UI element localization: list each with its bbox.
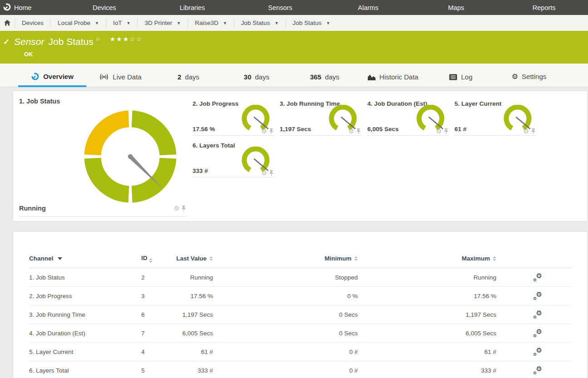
tab-historic-data[interactable]: Historic Data	[359, 73, 427, 87]
breadcrumb-item-job-status-sensor[interactable]: Job Status▼	[286, 18, 337, 28]
nav-item-sensors[interactable]: Sensors	[236, 4, 324, 11]
tab-log[interactable]: Log	[427, 73, 495, 87]
channel-settings-icon[interactable]: ⚙⚙	[533, 366, 542, 374]
chevron-down-icon: ▼	[223, 21, 227, 25]
gauge-value: 61 #	[455, 126, 466, 133]
nav-item-devices[interactable]: Devices	[60, 4, 148, 11]
sensor-header: ✓ SensorJob Status⚐★★★☆☆ OK	[0, 31, 588, 64]
nav-item-reports[interactable]: Reports	[500, 4, 588, 11]
pin-icon[interactable]	[269, 128, 274, 134]
column-header-id[interactable]: ID	[141, 255, 168, 263]
column-header-channel[interactable]: Channel	[29, 255, 141, 262]
channel-settings-icon[interactable]: ⚙⚙	[533, 310, 542, 319]
top-navigation: Home Devices Libraries Sensors Alarms Ma…	[0, 0, 588, 15]
gauge-job-duration: 4. Job Duration (Est) 6,005 Secs ⚙	[367, 99, 450, 136]
gauge-value: 17.56 %	[193, 126, 215, 133]
pin-icon[interactable]	[269, 170, 274, 176]
sensor-kind-label: Sensor	[14, 36, 44, 47]
table-row[interactable]: 6. Layers Total 5 333 # 0 # 333 # ⚙⚙	[29, 361, 571, 378]
breadcrumb-item-job-status-device[interactable]: Job Status▼	[234, 18, 286, 28]
breadcrumb-item-local-probe[interactable]: Local Probe▼	[50, 18, 106, 28]
status-ok-check-icon: ✓	[3, 37, 10, 47]
tab-2-days[interactable]: 2days	[154, 73, 222, 87]
column-header-last-value[interactable]: Last Value	[168, 255, 213, 262]
pin-icon[interactable]	[356, 128, 361, 134]
gauge-value: 333 #	[193, 167, 208, 174]
gauge-icon	[31, 72, 40, 81]
sort-icon	[149, 258, 153, 263]
pin-icon[interactable]	[444, 128, 449, 134]
channel-settings-icon[interactable]: ⚙⚙	[533, 292, 542, 300]
chevron-down-icon: ▼	[326, 21, 330, 25]
gauge-title: 1. Job Status	[19, 98, 60, 105]
sort-icon	[209, 256, 213, 261]
channel-settings-icon[interactable]: ⚙⚙	[533, 348, 542, 356]
table-header-row: Channel ID Last Value Minimum Maximum	[29, 249, 571, 268]
tab-bar: Overview Live Data 2days 30days 365days …	[0, 64, 588, 87]
historic-data-icon	[367, 74, 376, 81]
table-row[interactable]: 5. Layer Current 4 61 # 0 # 61 # ⚙⚙	[29, 343, 571, 361]
pin-icon[interactable]	[531, 128, 536, 134]
gauge-value: 1,197 Secs	[280, 126, 311, 133]
gauge-settings-gear-icon[interactable]: ⚙	[261, 128, 267, 135]
nav-item-alarms[interactable]: Alarms	[324, 4, 412, 11]
nav-item-maps[interactable]: Maps	[412, 4, 500, 11]
gauge-layers-total: 6. Layers Total 333 # ⚙	[193, 141, 275, 177]
gauge-title: 2. Job Progress	[193, 100, 238, 107]
breadcrumb-item-devices[interactable]: Devices	[15, 18, 50, 28]
sort-desc-icon	[58, 257, 62, 260]
gauge-job-progress: 2. Job Progress 17.56 % ⚙	[193, 99, 275, 136]
chevron-down-icon: ▼	[95, 21, 99, 25]
sort-icon	[354, 256, 358, 261]
tab-settings[interactable]: ⚙ Settings	[495, 72, 563, 87]
gauge-settings-gear-icon[interactable]: ⚙	[173, 205, 179, 212]
table-row[interactable]: 4. Job Duration (Est) 7 6,005 Secs 0 Sec…	[29, 324, 571, 343]
prtg-app: Home Devices Libraries Sensors Alarms Ma…	[0, 0, 588, 378]
column-header-maximum[interactable]: Maximum	[358, 255, 496, 262]
table-row[interactable]: 3. Job Running Time 6 1,197 Secs 0 Secs …	[29, 305, 571, 324]
breadcrumb-item-iot[interactable]: IoT▼	[106, 18, 137, 28]
home-icon[interactable]	[0, 20, 15, 26]
channel-settings-icon[interactable]: ⚙⚙	[533, 329, 542, 337]
chevron-down-icon: ▼	[177, 21, 181, 25]
chevron-down-icon: ▼	[127, 21, 131, 25]
column-header-minimum[interactable]: Minimum	[213, 255, 358, 262]
nav-item-libraries[interactable]: Libraries	[148, 4, 237, 11]
pin-icon[interactable]	[181, 206, 186, 211]
gear-icon: ⚙	[512, 72, 518, 81]
tab-365-days[interactable]: 365days	[291, 73, 359, 87]
job-status-donut-gauge	[82, 108, 178, 205]
gauge-job-status: 1. Job Status Running ⚙	[13, 91, 193, 222]
gauge-layer-current: 5. Layer Current 61 # ⚙	[455, 99, 537, 136]
gauge-settings-gear-icon[interactable]: ⚙	[436, 128, 442, 135]
table-row[interactable]: 1. Job Status 2 Running Stopped Running …	[29, 268, 571, 287]
tab-overview[interactable]: Overview	[18, 72, 86, 87]
gauge-value: 6,005 Secs	[367, 126, 399, 133]
sensor-status-badge: OK	[24, 51, 33, 58]
tab-30-days[interactable]: 30days	[222, 73, 291, 87]
nav-item-home[interactable]: Home	[0, 3, 60, 13]
table-row[interactable]: 2. Job Progress 3 17.56 % 0 % 17.56 % ⚙⚙	[29, 287, 571, 305]
gauge-job-running-time: 3. Job Running Time 1,197 Secs ⚙	[280, 99, 362, 136]
priority-stars[interactable]: ★★★☆☆	[110, 35, 143, 43]
gauges-panel: 1. Job Status Running ⚙ 2. Job Progress …	[13, 91, 588, 221]
chevron-down-icon: ▼	[275, 21, 279, 25]
gauge-settings-gear-icon[interactable]: ⚙	[261, 169, 267, 177]
nav-label-home: Home	[14, 4, 32, 11]
tab-live-data[interactable]: Live Data	[86, 73, 154, 87]
prtg-logo-icon	[3, 3, 11, 13]
live-data-icon	[99, 73, 109, 81]
channel-settings-icon[interactable]: ⚙⚙	[533, 273, 542, 281]
breadcrumb-item-3d-printer[interactable]: 3D Printer▼	[137, 18, 188, 28]
divider	[19, 216, 187, 217]
flag-icon: ⚐	[96, 36, 101, 43]
gauge-settings-gear-icon[interactable]: ⚙	[348, 128, 354, 135]
sort-icon	[493, 256, 496, 261]
sensor-name: Job Status	[49, 36, 94, 47]
breadcrumb: Devices Local Probe▼ IoT▼ 3D Printer▼ Ra…	[0, 15, 588, 31]
gauge-title: 6. Layers Total	[193, 142, 235, 149]
gauge-settings-gear-icon[interactable]: ⚙	[523, 128, 529, 135]
breadcrumb-item-raise3d[interactable]: Raise3D▼	[188, 18, 234, 28]
log-icon	[449, 74, 457, 80]
gauge-value: Running	[19, 205, 46, 212]
